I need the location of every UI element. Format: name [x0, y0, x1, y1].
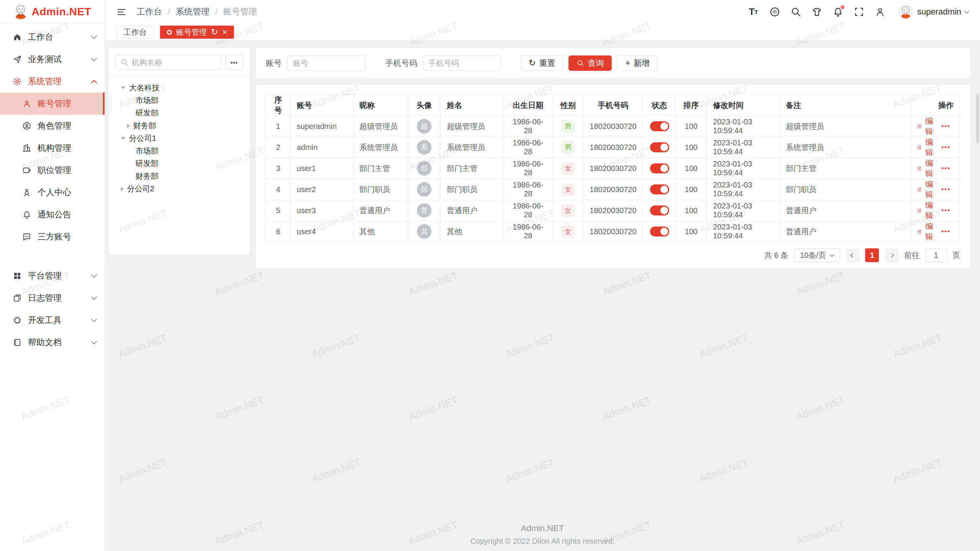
tree-node[interactable]: 分公司1 [116, 132, 243, 145]
edit-button[interactable]: 编辑 [925, 116, 935, 137]
search-button[interactable]: 查询 [568, 55, 612, 71]
tree-node[interactable]: 市场部 [116, 94, 243, 107]
theme-icon[interactable] [812, 7, 822, 17]
more-actions-button[interactable]: ••• [941, 186, 951, 193]
col-modified: 修改时间 [707, 95, 779, 116]
sidebar-item-help-docs[interactable]: 帮助文档 [0, 331, 105, 354]
cell-phone: 18020030720 [583, 221, 643, 242]
edit-icon[interactable] [917, 207, 922, 214]
close-icon[interactable]: × [222, 28, 227, 36]
caret-right-icon[interactable] [127, 124, 130, 128]
app-logo[interactable]: Admin.NET [0, 0, 105, 24]
sidebar-item-log-management[interactable]: 日志管理 [0, 287, 105, 309]
phone-input[interactable] [423, 55, 501, 71]
font-size-icon[interactable]: TT [748, 6, 759, 18]
more-actions-button[interactable]: ••• [941, 122, 951, 130]
avatar: 超 [417, 119, 431, 134]
cell-modified: 2023-01-03 10:59:44 [707, 116, 779, 137]
search-icon[interactable] [791, 7, 801, 17]
more-actions-button[interactable]: ••• [941, 143, 951, 151]
send-icon [13, 55, 22, 64]
search-icon [577, 59, 584, 67]
status-toggle[interactable] [650, 142, 669, 152]
cell-nickname: 其他 [353, 221, 408, 242]
edit-icon[interactable] [917, 122, 922, 130]
edit-button[interactable]: 编辑 [925, 179, 935, 200]
edit-icon[interactable] [917, 186, 922, 193]
edit-icon[interactable] [917, 143, 922, 151]
status-toggle[interactable] [650, 227, 669, 236]
org-more-button[interactable]: ••• [226, 55, 243, 70]
accounts-table-card: 序号 账号 昵称 头像 姓名 出生日期 性别 手机号码 状态 排序 修改时间 备… [256, 85, 970, 268]
account-label: 账号 [266, 58, 282, 68]
tree-node[interactable]: 研发部 [116, 157, 243, 170]
status-toggle[interactable] [650, 121, 669, 131]
edit-icon[interactable] [917, 165, 922, 172]
sidebar-item-workbench[interactable]: 工作台 [0, 26, 105, 48]
divider [109, 77, 250, 77]
edit-button[interactable]: 编辑 [925, 221, 935, 242]
sidebar-item-position-management[interactable]: 职位管理 [0, 159, 105, 181]
caret-down-icon[interactable] [121, 86, 126, 89]
collapse-menu-icon[interactable] [116, 7, 127, 17]
edit-icon[interactable] [917, 228, 922, 235]
sidebar-item-business-test[interactable]: 业务测试 [0, 48, 105, 70]
cell-sort: 100 [676, 137, 707, 158]
tree-node[interactable]: 大名科技 [116, 82, 243, 94]
org-tree: 大名科技 市场部 研发部 财务部 分公司1 市场部 研发部 财务部 分公司2 [116, 82, 243, 195]
refresh-icon[interactable]: ↻ [211, 28, 218, 36]
org-search-input[interactable] [132, 58, 216, 67]
breadcrumb-item-current: 账号管理 [223, 6, 257, 18]
more-actions-button[interactable]: ••• [941, 207, 951, 214]
caret-right-icon[interactable] [121, 187, 124, 191]
cell-phone: 18020030720 [583, 158, 643, 179]
col-birth: 出生日期 [503, 95, 553, 116]
edit-button[interactable]: 编辑 [925, 200, 935, 221]
sidebar-item-personal-center[interactable]: 个人中心 [0, 181, 105, 204]
breadcrumb-item[interactable]: 工作台 [137, 6, 162, 18]
edit-button[interactable]: 编辑 [925, 158, 935, 179]
sidebar-item-role-management[interactable]: 角色管理 [0, 115, 105, 137]
breadcrumb-item[interactable]: 系统管理 [176, 6, 209, 18]
more-actions-button[interactable]: ••• [941, 165, 951, 172]
tree-node[interactable]: 研发部 [116, 107, 243, 119]
next-page-button[interactable] [885, 248, 898, 262]
tree-node[interactable]: 市场部 [116, 145, 243, 157]
page-size-select[interactable]: 10条/页 [794, 248, 840, 262]
status-toggle[interactable] [650, 184, 669, 194]
language-icon[interactable]: 中 [769, 7, 780, 17]
cell-modified: 2023-01-03 10:59:44 [707, 221, 779, 242]
sidebar-item-organization-management[interactable]: 机构管理 [0, 137, 105, 159]
tree-node[interactable]: 财务部 [116, 170, 243, 183]
tree-node[interactable]: 财务部 [116, 119, 243, 132]
sidebar-item-third-party-account[interactable]: 三方账号 [0, 226, 105, 248]
tree-node[interactable]: 分公司2 [116, 183, 243, 195]
more-actions-button[interactable]: ••• [941, 228, 951, 235]
scrollbar-thumb[interactable] [976, 94, 979, 143]
add-button[interactable]: +新增 [617, 55, 658, 71]
edit-button[interactable]: 编辑 [925, 137, 935, 158]
current-page[interactable]: 1 [865, 248, 879, 262]
tab-workbench[interactable]: 工作台 [116, 26, 154, 39]
fullscreen-icon[interactable] [854, 7, 864, 17]
user-menu[interactable]: superadmin [898, 4, 969, 20]
sidebar-item-dev-tools[interactable]: 开发工具 [0, 309, 105, 331]
profile-icon[interactable] [875, 7, 885, 17]
plus-icon: + [625, 59, 630, 67]
sidebar-item-platform-management[interactable]: 平台管理 [0, 265, 105, 287]
goto-page-input[interactable] [925, 248, 947, 262]
reset-button[interactable]: ↻重置 [521, 55, 563, 71]
status-toggle[interactable] [650, 205, 669, 215]
sidebar-item-account-management[interactable]: 账号管理 [0, 93, 105, 115]
status-toggle[interactable] [650, 163, 669, 173]
cpu-icon [13, 316, 22, 325]
prev-page-button[interactable] [846, 248, 859, 262]
sidebar-item-notice[interactable]: 通知公告 [0, 204, 105, 226]
tab-account-management[interactable]: 账号管理 ↻ × [160, 26, 234, 39]
cell-index: 1 [266, 116, 291, 137]
notification-icon[interactable] [833, 7, 843, 17]
account-input[interactable] [287, 55, 365, 71]
sidebar-item-system-management[interactable]: 系统管理 [0, 70, 105, 93]
caret-down-icon[interactable] [121, 137, 126, 140]
cell-nickname: 普通用户 [353, 200, 408, 221]
